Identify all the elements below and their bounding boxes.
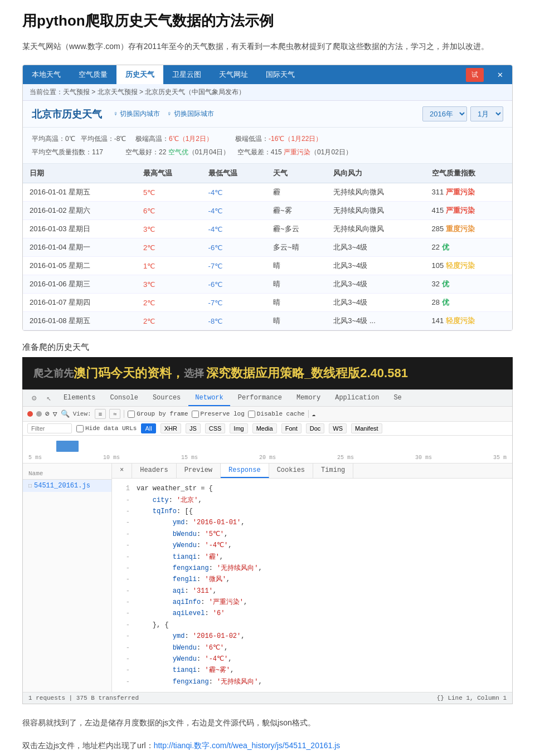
- nav-intl-weather[interactable]: 国际天气: [257, 65, 304, 84]
- filter-icon[interactable]: ▽: [53, 409, 57, 418]
- js-url-link[interactable]: http://tianqi.数字.com/t/wea_history/js/54…: [154, 741, 341, 750]
- timeline-20ms: 20 ms: [259, 455, 276, 461]
- col-high: 最高气温: [137, 164, 202, 183]
- devtools-tab-bar: ⚙ ↖ Elements Console Sources Network Per…: [23, 390, 512, 407]
- clear-icon[interactable]: ⊘: [45, 409, 50, 418]
- content-tab-headers[interactable]: Headers: [132, 464, 176, 478]
- line-number: -: [119, 620, 130, 631]
- tab-console[interactable]: Console: [103, 391, 144, 406]
- stop-dot[interactable]: [36, 411, 42, 417]
- cell-weather: 霾~雾: [266, 202, 327, 220]
- filter-img-btn[interactable]: Img: [230, 423, 247, 433]
- test-button[interactable]: 试: [466, 68, 484, 82]
- record-dot[interactable]: [27, 411, 33, 417]
- article-body: 很容易就找到了，左边是储存月度数据的js文件，右边是文件源代码，貌似json格式…: [22, 715, 513, 756]
- line-content: tqInfo: [{: [137, 506, 505, 517]
- code-line: - yWendu: '-4℃',: [119, 653, 505, 665]
- filter-doc-btn[interactable]: Doc: [306, 423, 325, 433]
- tab-network[interactable]: Network: [188, 391, 230, 406]
- cell-low: -8℃: [202, 312, 267, 330]
- line-content: aqiLevel: '6': [137, 608, 505, 619]
- tab-elements[interactable]: Elements: [57, 391, 103, 406]
- preserve-log-checkbox[interactable]: Preserve log: [192, 411, 245, 418]
- view-waterfall-btn[interactable]: ≈: [109, 409, 120, 419]
- promo-highlight: 澳门码今天的资料，: [74, 365, 184, 382]
- nav-local-weather[interactable]: 本地天气: [23, 65, 70, 84]
- cell-aqi: 311 严重污染: [425, 183, 512, 202]
- nav-air-quality[interactable]: 空气质量: [70, 65, 116, 84]
- tab-sources[interactable]: Sources: [146, 391, 187, 406]
- weather-page-heading: 北京市历史天气: [32, 108, 102, 121]
- nav-close-icon[interactable]: ✕: [488, 66, 512, 84]
- promo-mid: 选择: [184, 367, 204, 380]
- line-number: -: [119, 608, 130, 619]
- view-label: View:: [73, 411, 91, 417]
- switch-intl-btn[interactable]: 切换国际城市: [167, 109, 213, 119]
- content-tab-timing[interactable]: Timing: [313, 464, 353, 478]
- nav-history-weather[interactable]: 历史天气: [116, 65, 163, 84]
- table-row: 2016-01-08 星期五 2℃ -8℃ 晴 北风3~4级 ... 141 轻…: [23, 312, 512, 330]
- cell-high: 5℃: [137, 183, 202, 202]
- search-icon[interactable]: 🔍: [61, 409, 70, 418]
- tab-application[interactable]: Application: [328, 391, 386, 406]
- hide-data-urls-label[interactable]: Hide data URLs: [76, 425, 137, 432]
- line-number: -: [119, 631, 130, 642]
- cell-weather: 晴: [266, 275, 327, 294]
- view-list-btn[interactable]: ≡: [95, 409, 106, 419]
- disable-cache-input[interactable]: [248, 411, 255, 418]
- filter-css-btn[interactable]: CSS: [205, 423, 226, 433]
- tab-se[interactable]: Se: [387, 391, 408, 406]
- filter-xhr-btn[interactable]: XHR: [160, 423, 181, 433]
- cell-aqi: 415 严重污染: [425, 202, 512, 220]
- code-line: - ymd: '2016-01-02',: [119, 631, 505, 642]
- filter-font-btn[interactable]: Font: [281, 423, 301, 433]
- cell-wind: 无持续风向微风: [327, 183, 425, 202]
- cell-weather: 霾~多云: [266, 220, 327, 238]
- filter-media-btn[interactable]: Media: [252, 423, 277, 433]
- content-tab-cookies[interactable]: Cookies: [269, 464, 313, 478]
- filter-manifest-btn[interactable]: Manifest: [351, 423, 382, 433]
- devtools-cursor-icon[interactable]: ↖: [42, 390, 55, 406]
- cell-wind: 无持续风向微风: [327, 220, 425, 238]
- devtools-panel: ⚙ ↖ Elements Console Sources Network Per…: [22, 389, 513, 704]
- line-number: 1: [119, 483, 130, 494]
- col-name-header: Name: [28, 470, 43, 477]
- cell-date: 2016-01-01 星期五: [23, 183, 137, 202]
- content-tab-close[interactable]: ×: [112, 464, 132, 478]
- code-line: - fengxiang: '无持续风向',: [119, 563, 505, 574]
- cell-low: -4℃: [202, 183, 267, 202]
- table-row: 2016-01-01 星期五 5℃ -4℃ 霾 无持续风向微风 311 严重污染: [23, 183, 512, 202]
- code-line: - tqInfo: [{: [119, 506, 505, 517]
- preserve-log-input[interactable]: [192, 411, 199, 418]
- switch-domestic-btn[interactable]: 切换国内城市: [113, 109, 160, 119]
- devtools-toolbar: ⊘ ▽ 🔍 View: ≡ ≈ Group by frame Preserve …: [23, 407, 512, 422]
- hide-data-urls-input[interactable]: [76, 425, 84, 432]
- cell-low: -4℃: [202, 220, 267, 238]
- code-line: - tianqi: '霾~雾',: [119, 665, 505, 676]
- line-content: aqiInfo: '严重污染',: [137, 597, 505, 608]
- year-select[interactable]: 2016年: [422, 106, 467, 121]
- tab-performance[interactable]: Performance: [231, 391, 289, 406]
- tab-memory[interactable]: Memory: [290, 391, 327, 406]
- content-tab-preview[interactable]: Preview: [177, 464, 221, 478]
- file-name: 54511_20161.js: [34, 482, 90, 490]
- col-low: 最低气温: [202, 164, 267, 183]
- group-by-frame-input[interactable]: [128, 411, 135, 418]
- disable-cache-checkbox[interactable]: Disable cache: [248, 411, 305, 418]
- month-select[interactable]: 1月: [470, 106, 503, 121]
- offline-icon[interactable]: ☁: [312, 411, 316, 418]
- file-item-54511[interactable]: □ 54511_20161.js: [23, 480, 111, 492]
- cell-wind: 北风3~4级: [327, 294, 425, 312]
- nav-satellite[interactable]: 卫星云图: [163, 65, 210, 84]
- filter-js-btn[interactable]: JS: [186, 423, 201, 433]
- filter-input[interactable]: [27, 423, 72, 433]
- filter-ws-btn[interactable]: WS: [329, 423, 347, 433]
- filter-all-btn[interactable]: All: [141, 423, 155, 433]
- cell-wind: 北风3~4级: [327, 238, 425, 257]
- nav-weather-sites[interactable]: 天气网址: [210, 65, 257, 84]
- content-tab-response[interactable]: Response: [221, 464, 269, 478]
- group-by-frame-checkbox[interactable]: Group by frame: [128, 411, 188, 418]
- timeline-labels: 5 ms 10 ms 15 ms 20 ms 25 ms 30 ms 35 m: [28, 455, 507, 463]
- line-number: -: [119, 676, 130, 687]
- line-content: fengxiang: '无持续风向',: [137, 563, 505, 574]
